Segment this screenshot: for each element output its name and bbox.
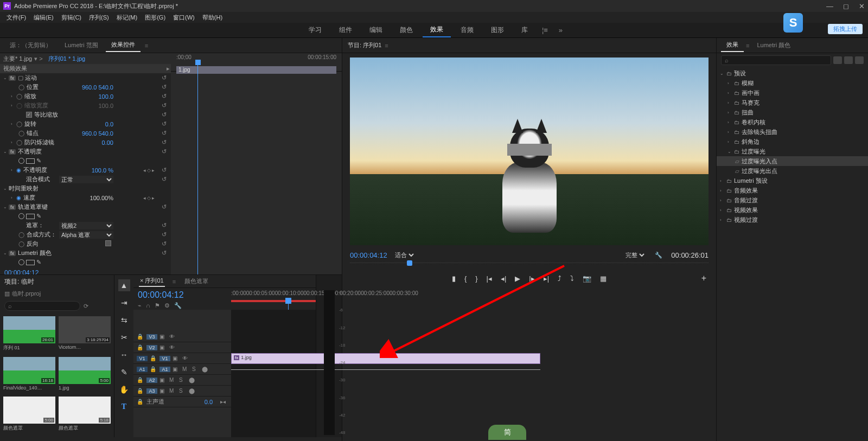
effects-search-input[interactable] bbox=[721, 55, 831, 65]
fx-folder[interactable]: ›🗀扭曲 bbox=[717, 107, 868, 117]
ec-sequence-link[interactable]: 序列01 * 1.jpg bbox=[48, 55, 85, 63]
ws-library[interactable]: 库 bbox=[514, 23, 535, 37]
fx-preset-overexpose-in[interactable]: ▱过度曝光入点 bbox=[717, 156, 868, 166]
pen-tool[interactable]: ✎ bbox=[118, 366, 130, 378]
fx-folder[interactable]: ›🗀音频效果 bbox=[717, 186, 868, 195]
fx-badge-icon[interactable] bbox=[855, 56, 864, 64]
fx-opacity[interactable]: 不透明度 bbox=[18, 148, 42, 156]
snap-icon[interactable]: ⌁ bbox=[138, 302, 142, 309]
track-select-tool[interactable]: ⇥ bbox=[118, 297, 130, 309]
track-v2[interactable]: V2 bbox=[146, 345, 157, 350]
extract-icon[interactable]: ⤵ bbox=[570, 274, 574, 283]
project-search-input[interactable] bbox=[4, 301, 80, 311]
record-icon[interactable]: ⬤ bbox=[202, 366, 209, 372]
fx-folder[interactable]: ›🗀马赛克 bbox=[717, 98, 868, 107]
mark-out-icon[interactable]: { bbox=[464, 274, 467, 283]
play-icon[interactable]: ▶ bbox=[515, 274, 520, 283]
track-a1[interactable]: A1 bbox=[159, 367, 170, 372]
mask-rect-icon[interactable] bbox=[26, 214, 35, 219]
menu-marker[interactable]: 标记(M) bbox=[113, 12, 141, 23]
value-opacity[interactable]: 100.0 % bbox=[92, 167, 113, 174]
menu-help[interactable]: 帮助(H) bbox=[199, 12, 226, 23]
project-item[interactable]: 16:18FinalVideo_140… bbox=[3, 357, 55, 393]
project-item[interactable]: 5:001.jpg bbox=[59, 357, 111, 393]
fx-badge-icon[interactable] bbox=[844, 56, 853, 64]
track-v1[interactable]: V1 bbox=[159, 356, 170, 361]
mask-pen-icon[interactable]: ✎ bbox=[36, 213, 41, 220]
fx-folder[interactable]: ›🗀音频过渡 bbox=[717, 195, 868, 205]
menu-window[interactable]: 窗口(W) bbox=[170, 12, 198, 23]
lift-icon[interactable]: ⤴ bbox=[558, 274, 561, 283]
fx-folder-presets[interactable]: ⌄🗀预设 bbox=[717, 68, 868, 78]
bin-icon[interactable]: ▥ bbox=[4, 290, 10, 297]
track-a3[interactable]: A3 bbox=[146, 388, 157, 394]
value-anchor[interactable]: 960.0 540.0 bbox=[82, 130, 113, 137]
value-position[interactable]: 960.0 540.0 bbox=[82, 84, 113, 91]
lock-icon[interactable]: 🔒 bbox=[137, 334, 144, 340]
reverse-checkbox[interactable] bbox=[105, 240, 111, 246]
ws-audio[interactable]: 音频 bbox=[453, 23, 481, 37]
fx-motion[interactable]: ▢ bbox=[18, 74, 23, 81]
zoom-select[interactable]: 适合 bbox=[393, 251, 416, 259]
link-icon[interactable]: ∩ bbox=[146, 302, 150, 309]
selection-tool[interactable]: ▲ bbox=[118, 279, 130, 291]
timeline-tab-colormatte[interactable]: 颜色遮罩 bbox=[183, 276, 209, 286]
minimize-button[interactable]: — bbox=[826, 2, 833, 10]
menu-graphics[interactable]: 图形(G) bbox=[142, 12, 169, 23]
mask-pen-icon[interactable]: ✎ bbox=[36, 157, 41, 164]
search-icon[interactable]: ⟳ bbox=[84, 303, 88, 310]
monitor-scrubber[interactable] bbox=[350, 263, 709, 270]
project-item[interactable]: 5:18颜色遮罩 bbox=[59, 397, 111, 434]
go-to-out-icon[interactable]: ▸| bbox=[544, 274, 549, 283]
quality-select[interactable]: 完整 bbox=[623, 251, 646, 259]
fx-timeremap[interactable]: 时间重映射 bbox=[9, 184, 39, 193]
src-v1[interactable]: V1 bbox=[137, 356, 148, 361]
ws-graphics[interactable]: 图形 bbox=[483, 23, 512, 37]
mask-ellipse-icon[interactable] bbox=[18, 213, 24, 219]
comparison-icon[interactable]: ▦ bbox=[600, 274, 607, 283]
fx-folder[interactable]: ›🗀斜角边 bbox=[717, 137, 868, 146]
type-tool[interactable]: T bbox=[118, 401, 130, 413]
reset-icon[interactable]: ↺ bbox=[162, 74, 167, 81]
ws-color[interactable]: 颜色 bbox=[392, 23, 420, 37]
timeline-clip[interactable]: fx1.jpg bbox=[231, 353, 540, 364]
panel-menu-icon[interactable]: ≡ bbox=[173, 278, 176, 285]
ec-timecode[interactable]: 00:00:04:12 bbox=[0, 267, 171, 274]
uniform-scale-checkbox[interactable]: ✓ bbox=[26, 112, 32, 118]
composite-select[interactable]: Alpha 遮罩 bbox=[59, 231, 113, 239]
ws-edit[interactable]: 编辑 bbox=[362, 23, 390, 37]
timeline-timecode[interactable]: 00:00:04:12 bbox=[138, 290, 227, 300]
mask-ellipse-icon[interactable] bbox=[18, 259, 24, 265]
fx-folder[interactable]: ›🗀画中画 bbox=[717, 88, 868, 98]
step-back-icon[interactable]: ◂| bbox=[501, 274, 506, 283]
menu-file[interactable]: 文件(F) bbox=[3, 12, 29, 23]
ripple-tool[interactable]: ⇆ bbox=[118, 314, 130, 326]
settings-icon[interactable]: ⚙ bbox=[164, 302, 170, 309]
solo-icon[interactable]: S bbox=[192, 366, 200, 372]
marker-icon[interactable]: ⚑ bbox=[155, 302, 160, 309]
step-forward-icon[interactable]: |▸ bbox=[529, 274, 534, 283]
track-v3[interactable]: V3 bbox=[146, 334, 157, 340]
menu-clip[interactable]: 剪辑(C) bbox=[58, 12, 85, 23]
monitor-view[interactable] bbox=[350, 57, 709, 245]
tab-lumetri-scopes[interactable]: Lumetri 范围 bbox=[59, 39, 104, 52]
value-speed[interactable]: 100.00% bbox=[90, 195, 113, 201]
timeline-body[interactable]: fx1.jpg bbox=[231, 310, 316, 437]
tab-effects[interactable]: 效果 bbox=[721, 39, 744, 52]
fx-folder[interactable]: ›🗀视频过渡 bbox=[717, 215, 868, 225]
slip-tool[interactable]: ↔ bbox=[118, 349, 130, 361]
tab-lumetri-color[interactable]: Lumetri 颜色 bbox=[751, 39, 796, 52]
fx-folder[interactable]: ›🗀卷积内核 bbox=[717, 117, 868, 127]
hand-tool[interactable]: ✋ bbox=[118, 384, 130, 395]
volume-rubber-band[interactable] bbox=[231, 369, 540, 370]
cloud-upload-button[interactable]: 拓拽上传 bbox=[828, 24, 863, 34]
mask-rect-icon[interactable] bbox=[26, 158, 35, 164]
mark-in-icon[interactable]: ▮ bbox=[452, 274, 456, 283]
eye-icon[interactable]: 👁 bbox=[169, 334, 177, 340]
mute-icon[interactable]: M bbox=[182, 366, 190, 372]
tab-effect-controls[interactable]: 效果控件 bbox=[106, 39, 141, 52]
track-a2[interactable]: A2 bbox=[146, 378, 157, 383]
timeline-playhead[interactable] bbox=[285, 298, 291, 304]
mask-pen-icon[interactable]: ✎ bbox=[36, 259, 41, 266]
project-item[interactable]: 3:18:25704Vicetom… bbox=[59, 316, 111, 354]
